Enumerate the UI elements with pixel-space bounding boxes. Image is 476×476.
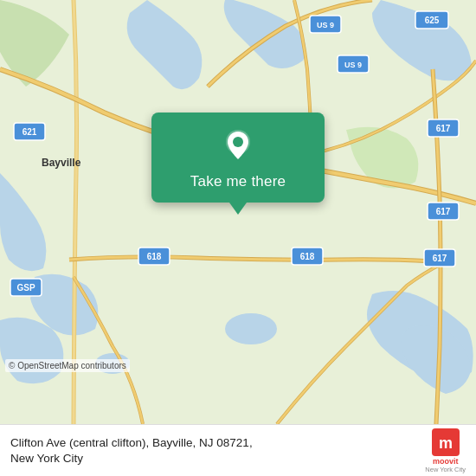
- moovit-sublabel: New York City: [425, 466, 466, 473]
- svg-text:617: 617: [436, 124, 451, 133]
- svg-text:618: 618: [147, 252, 162, 261]
- svg-point-1: [225, 313, 277, 344]
- svg-text:m: m: [439, 434, 453, 452]
- svg-text:US 9: US 9: [344, 61, 362, 69]
- svg-text:US 9: US 9: [317, 21, 334, 29]
- svg-text:617: 617: [436, 207, 451, 216]
- osm-attribution: © OpenStreetMap contributors: [5, 359, 130, 372]
- moovit-icon: m: [432, 428, 460, 456]
- svg-text:Bayville: Bayville: [42, 157, 81, 169]
- svg-text:618: 618: [300, 252, 315, 261]
- svg-text:GSP: GSP: [16, 283, 35, 293]
- svg-point-25: [233, 137, 243, 147]
- location-city: New York City: [10, 452, 83, 465]
- take-me-there-button[interactable]: Take me there: [190, 173, 286, 190]
- svg-text:621: 621: [23, 127, 37, 137]
- location-address: Clifton Ave (central clifton), Bayville,…: [10, 436, 253, 449]
- svg-text:617: 617: [433, 254, 447, 263]
- svg-text:625: 625: [425, 16, 440, 25]
- bottom-bar: Clifton Ave (central clifton), Bayville,…: [0, 424, 476, 476]
- map-container[interactable]: 625 US 9 US 9 621 617 617 617 618 618 GS…: [0, 0, 476, 424]
- popup-card: Take me there: [151, 113, 325, 203]
- location-pin-icon: [219, 126, 257, 164]
- location-text: Clifton Ave (central clifton), Bayville,…: [10, 435, 416, 466]
- moovit-logo: m moovit New York City: [425, 428, 466, 473]
- moovit-label: moovit: [433, 457, 459, 466]
